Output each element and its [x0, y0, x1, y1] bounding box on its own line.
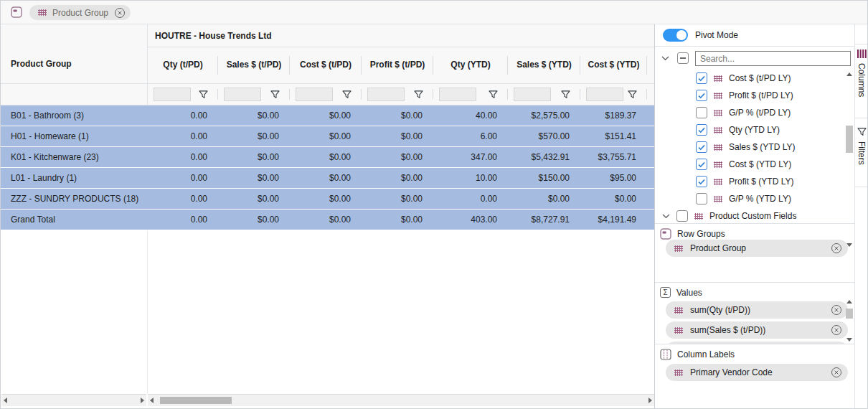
field-item[interactable]: Cost $ (YTD LY)	[655, 156, 843, 173]
cell[interactable]: $0.00	[290, 152, 362, 162]
drag-handle-icon[interactable]	[38, 9, 47, 16]
drag-handle-icon[interactable]	[674, 307, 683, 314]
scroll-right-icon[interactable]	[648, 398, 652, 403]
cell[interactable]: $0.00	[218, 131, 290, 141]
drag-handle-icon[interactable]	[714, 75, 722, 82]
field-checkbox[interactable]	[696, 107, 707, 118]
filter-icon[interactable]	[270, 90, 280, 99]
filter-input[interactable]	[224, 88, 261, 101]
remove-icon[interactable]	[831, 367, 842, 378]
field-checkbox[interactable]	[696, 193, 707, 204]
cell[interactable]: $0.00	[218, 194, 290, 204]
column-header-2[interactable]: Cost $ (t/PD)	[290, 47, 362, 83]
row-label[interactable]: ZZZ - SUNDRY PRODUCTS (18)	[1, 194, 148, 204]
cell[interactable]: 6.00	[433, 131, 508, 141]
values-scrollbar[interactable]	[845, 300, 854, 342]
cell[interactable]: $5,432.91	[508, 152, 580, 162]
field-checkbox[interactable]	[696, 72, 707, 84]
remove-icon[interactable]	[831, 304, 842, 316]
drag-handle-icon[interactable]	[694, 213, 703, 220]
row-label[interactable]: L01 - Laundry (1)	[1, 173, 148, 183]
field-checkbox[interactable]	[696, 176, 707, 187]
filter-icon[interactable]	[561, 90, 570, 99]
cell[interactable]: 0.00	[148, 215, 218, 225]
drag-handle-icon[interactable]	[714, 196, 722, 202]
cell[interactable]: $150.00	[508, 173, 580, 183]
table-row[interactable]: L01 - Laundry (1)0.00$0.00$0.00$0.0010.0…	[1, 168, 654, 188]
drag-handle-icon[interactable]	[714, 161, 722, 168]
table-row[interactable]: ZZZ - SUNDRY PRODUCTS (18)0.00$0.00$0.00…	[1, 189, 654, 209]
cell[interactable]: 10.00	[433, 173, 508, 183]
cell[interactable]: $151.41	[580, 131, 647, 141]
cell[interactable]: $0.00	[218, 173, 290, 183]
table-row[interactable]: Grand Total0.00$0.00$0.00$0.00403.00$8,7…	[1, 210, 654, 230]
remove-icon[interactable]	[831, 243, 842, 254]
search-input[interactable]	[695, 51, 851, 66]
filter-input[interactable]	[586, 88, 623, 101]
field-item[interactable]: Profit $ (t/PD LY)	[655, 87, 843, 104]
cell[interactable]: $0.00	[218, 152, 290, 162]
remove-group-icon[interactable]	[114, 7, 126, 19]
filter-icon[interactable]	[489, 90, 498, 99]
row-label[interactable]: K01 - Kitchenware (23)	[1, 152, 148, 162]
scroll-up-icon[interactable]	[846, 300, 852, 304]
drag-handle-icon[interactable]	[714, 179, 722, 185]
scrollbar-thumb[interactable]	[846, 126, 853, 153]
cell[interactable]: 347.00	[433, 152, 508, 162]
field-item[interactable]: Qty (YTD LY)	[655, 121, 843, 138]
filter-icon[interactable]	[628, 90, 637, 99]
drag-handle-icon[interactable]	[674, 370, 683, 376]
column-header-product-group[interactable]: Product Group	[1, 24, 148, 83]
scroll-up-icon[interactable]	[846, 72, 852, 76]
cell[interactable]: $0.00	[508, 194, 580, 204]
cell[interactable]: 0.00	[148, 111, 218, 121]
field-checkbox[interactable]	[676, 210, 688, 222]
column-header-0[interactable]: Qty (t/PD)	[148, 47, 218, 83]
drag-handle-icon[interactable]	[714, 93, 722, 99]
row-label[interactable]: H01 - Homeware (1)	[1, 131, 148, 141]
field-item[interactable]: Product Custom Fields	[655, 207, 843, 223]
scroll-down-icon[interactable]	[846, 338, 852, 342]
filter-input[interactable]	[154, 88, 191, 101]
cell[interactable]: $0.00	[362, 131, 433, 141]
cell[interactable]: $0.00	[362, 194, 433, 204]
cell[interactable]: $189.37	[580, 111, 647, 121]
drag-handle-icon[interactable]	[714, 144, 722, 151]
field-checkbox[interactable]	[696, 141, 707, 153]
tab-filters[interactable]: Filters	[855, 123, 868, 187]
row-label[interactable]: B01 - Bathroom (3)	[1, 111, 148, 121]
filter-input[interactable]	[439, 88, 476, 101]
cell[interactable]: $0.00	[290, 111, 362, 121]
cell[interactable]: 0.00	[148, 131, 218, 141]
chevron-down-icon[interactable]	[662, 214, 670, 219]
column-label-chip[interactable]: Primary Vendor Code	[666, 364, 848, 381]
cell[interactable]: $0.00	[290, 215, 362, 225]
table-row[interactable]: K01 - Kitchenware (23)0.00$0.00$0.00$0.0…	[1, 147, 654, 167]
cell[interactable]: $8,727.91	[508, 215, 580, 225]
cell[interactable]: $0.00	[218, 111, 290, 121]
filter-input[interactable]	[367, 88, 405, 101]
value-chip[interactable]: sum(Sales $ (t/PD))	[666, 321, 848, 339]
field-item[interactable]: G/P % (t/PD LY)	[655, 104, 843, 121]
cell[interactable]: 403.00	[433, 215, 508, 225]
cell[interactable]: $2,575.00	[508, 111, 580, 121]
cell[interactable]: $0.00	[362, 152, 433, 162]
filter-input[interactable]	[514, 88, 551, 101]
tab-columns[interactable]: Columns	[855, 44, 868, 118]
cell[interactable]: $95.00	[580, 173, 647, 183]
cell[interactable]: $4,191.49	[580, 215, 647, 225]
cell[interactable]: $3,755.71	[580, 152, 647, 162]
column-header-1[interactable]: Sales $ (t/PD)	[218, 47, 290, 83]
remove-icon[interactable]	[831, 324, 842, 336]
column-group-header[interactable]: HOUTRE - House Trends Ltd	[148, 24, 654, 47]
row-label[interactable]: Grand Total	[1, 215, 148, 225]
scroll-left-icon[interactable]	[150, 398, 154, 403]
cell[interactable]: $0.00	[290, 173, 362, 183]
filter-input[interactable]	[296, 88, 333, 101]
column-header-4[interactable]: Qty (YTD)	[433, 47, 508, 83]
table-row[interactable]: H01 - Homeware (1)0.00$0.00$0.00$0.006.0…	[1, 126, 654, 146]
scroll-right-icon[interactable]	[141, 398, 144, 403]
cell[interactable]: $0.00	[290, 131, 362, 141]
cell[interactable]: $0.00	[362, 173, 433, 183]
field-item[interactable]: Cost $ (t/PD LY)	[655, 70, 843, 87]
